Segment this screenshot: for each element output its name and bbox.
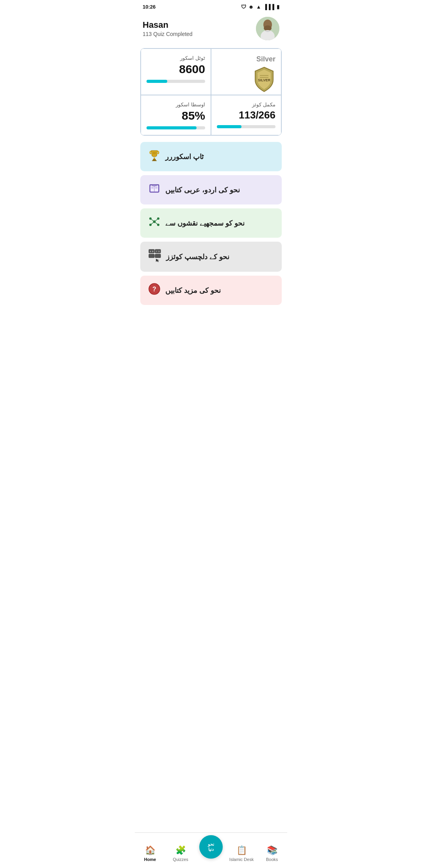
avg-score-progress-bg xyxy=(147,126,205,129)
avg-score-cell: اوسطا اسکور 85% xyxy=(141,95,211,135)
islamic-desk-icon: 📋 xyxy=(236,845,247,855)
svg-text:SILVER: SILVER xyxy=(258,78,270,82)
username: Hasan xyxy=(143,20,193,30)
books-card[interactable]: نحو کی اردو، عربی کتابیں xyxy=(140,175,282,204)
completed-quiz-cell: مکمل کوئز 113/266 xyxy=(211,95,281,135)
total-score-progress-bg xyxy=(147,80,205,83)
diagrams-card[interactable]: نحو کو سمجھیے نقشوں سے xyxy=(140,208,282,238)
completed-quiz-progress-fill xyxy=(217,125,241,128)
extra-card[interactable]: نحو کی مزید کتابیں ? xyxy=(140,276,282,305)
svg-line-24 xyxy=(150,219,154,222)
svg-line-26 xyxy=(150,222,154,225)
svg-text:C D: C D xyxy=(156,250,159,253)
help-icon: ? xyxy=(148,283,161,298)
status-time: 10:26 xyxy=(143,4,156,10)
status-bar: 10:26 🛡 ☻ ▲ ▐▐▐ ▮ xyxy=(135,0,287,12)
shield-icon: 🛡 xyxy=(241,4,246,10)
wifi-icon: ▲ xyxy=(256,4,261,10)
home-icon: 🏠 xyxy=(145,845,156,855)
face-id-icon: ☻ xyxy=(249,4,254,10)
svg-rect-31 xyxy=(155,254,161,258)
nav-books[interactable]: 📚 Books xyxy=(257,845,287,862)
quiz-icon: A B C D xyxy=(148,249,161,265)
stats-grid: ٹوٹل اسکور 8600 Silver SILVER اوسطا اسکو… xyxy=(140,48,282,136)
book-icon xyxy=(148,182,161,197)
svg-rect-7 xyxy=(153,159,156,160)
books-nav-label: Books xyxy=(266,857,278,862)
header-info: Hasan 113 Quiz Completed xyxy=(143,20,193,37)
signal-icon: ▐▐▐ xyxy=(263,4,274,10)
completed-quiz-value: 113/266 xyxy=(239,109,275,121)
top-scorers-label: ٹاپ اسکوررر xyxy=(165,152,204,161)
svg-text:?: ? xyxy=(152,286,156,292)
quizzes-icon: 🧩 xyxy=(175,845,186,855)
diagrams-label: نحو کو سمجھیے نقشوں سے xyxy=(165,219,245,228)
total-score-value: 8600 xyxy=(179,63,205,76)
silver-label: Silver xyxy=(256,55,275,63)
books-label: نحو کی اردو، عربی کتابیں xyxy=(165,186,240,194)
header: Hasan 113 Quiz Completed xyxy=(135,12,287,48)
quiz-count: 113 Quiz Completed xyxy=(143,31,193,37)
nav-quizzes[interactable]: 🧩 Quizzes xyxy=(165,845,196,862)
battery-icon: ▮ xyxy=(277,4,279,10)
avatar xyxy=(256,17,279,40)
nav-center[interactable]: نحو دنیا xyxy=(196,835,226,859)
extra-label: نحو کی مزید کتابیں xyxy=(165,286,221,295)
center-circle[interactable]: نحو دنیا xyxy=(199,835,223,859)
total-score-progress-fill xyxy=(147,80,167,83)
menu-section: ٹاپ اسکوررر نحو کی اردو، عربی کتابیں xyxy=(135,142,287,305)
svg-rect-9 xyxy=(154,158,155,159)
svg-line-27 xyxy=(154,222,158,225)
svg-line-25 xyxy=(154,219,158,222)
interesting-quizzes-label: نحو کے دلچسپ کوئزز xyxy=(166,253,229,261)
bottom-nav: 🏠 Home 🧩 Quizzes نحو دنیا 📋 Islamic Desk… xyxy=(135,832,287,868)
top-scorers-card[interactable]: ٹاپ اسکوررر xyxy=(140,142,282,171)
completed-quiz-progress-bg xyxy=(217,125,275,128)
svg-rect-8 xyxy=(152,160,157,161)
avg-score-label: اوسطا اسکور xyxy=(176,102,205,108)
avg-score-progress-fill xyxy=(147,126,197,129)
completed-quiz-label: مکمل کوئز xyxy=(252,102,275,108)
silver-badge-icon: SILVER xyxy=(253,66,275,88)
home-label: Home xyxy=(144,857,156,862)
network-icon xyxy=(148,215,161,231)
svg-rect-30 xyxy=(149,254,154,258)
total-score-label: ٹوٹل اسکور xyxy=(180,55,205,61)
silver-badge-cell: Silver SILVER xyxy=(211,48,281,95)
books-nav-icon: 📚 xyxy=(267,845,277,855)
nav-home[interactable]: 🏠 Home xyxy=(135,845,165,862)
svg-text:A B: A B xyxy=(150,250,153,253)
avg-score-value: 85% xyxy=(182,109,205,122)
total-score-cell: ٹوٹل اسکور 8600 xyxy=(141,48,211,95)
islamic-desk-label: Islamic Desk xyxy=(229,857,254,862)
trophy-icon xyxy=(148,149,161,164)
nav-islamic-desk[interactable]: 📋 Islamic Desk xyxy=(226,845,257,862)
quizzes-label: Quizzes xyxy=(173,857,188,862)
interesting-quizzes-card[interactable]: نحو کے دلچسپ کوئزز A B C D xyxy=(140,242,282,272)
center-logo: نحو دنیا xyxy=(208,842,214,852)
status-icons: 🛡 ☻ ▲ ▐▐▐ ▮ xyxy=(241,4,279,10)
svg-point-2 xyxy=(264,25,272,31)
